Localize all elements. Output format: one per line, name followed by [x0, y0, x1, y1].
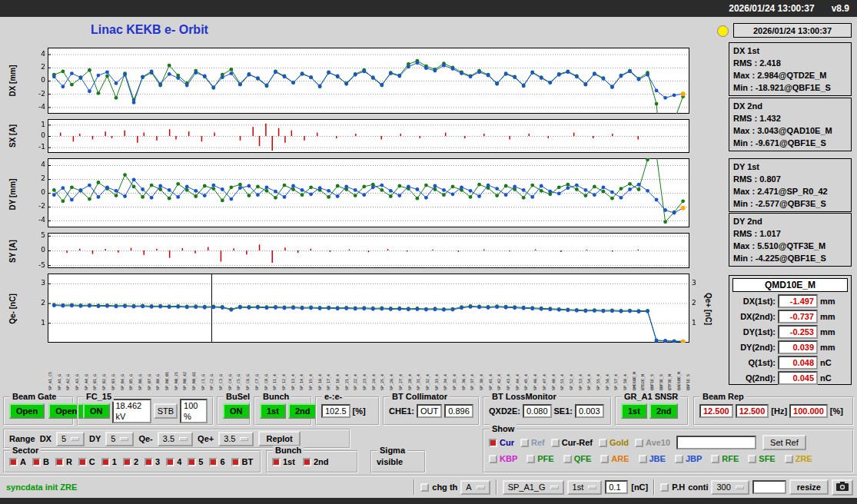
show-group-item-pfe[interactable]: PFE: [526, 454, 553, 463]
stats-rms: RMS : 2.418: [733, 57, 847, 69]
sector-item-a[interactable]: A: [9, 457, 26, 466]
sector-checkbox[interactable]: [9, 458, 18, 466]
monitor-dropdown[interactable]: SP_A1_G: [503, 480, 564, 495]
show-group-item-zre[interactable]: ZRE: [785, 454, 812, 463]
sector-item-1[interactable]: 1: [101, 457, 117, 466]
show-group-item-sfe[interactable]: SFE: [748, 454, 775, 463]
monitor-name-label: SP_33_4: [434, 346, 439, 390]
sector-checkbox[interactable]: [123, 458, 131, 466]
threshold-input[interactable]: [605, 480, 628, 494]
group-caption: e-:e-: [322, 392, 344, 402]
range-dropdown-qe-[interactable]: 3.5: [158, 432, 193, 446]
range-dropdown-dy[interactable]: 5: [105, 432, 134, 446]
beam-gate-open-button-1[interactable]: Open: [9, 403, 45, 419]
chg-th-checkbox[interactable]: [420, 483, 429, 492]
bunch-1st-button[interactable]: 1st: [260, 403, 286, 419]
show-group-item-jbp[interactable]: JBP: [675, 454, 702, 463]
ph-checkbox[interactable]: [660, 483, 669, 492]
stats-title: DY 2nd: [733, 215, 847, 227]
show-group-checkbox[interactable]: [526, 455, 535, 463]
sector-item-3[interactable]: 3: [144, 457, 160, 466]
sector-dropdown[interactable]: A: [460, 480, 490, 495]
monitor-name-label: SP_18_4: [335, 346, 340, 390]
monitor-name-label: SP_52_4: [569, 346, 573, 390]
monitor-name-label: SP_15_4: [308, 346, 313, 390]
show-group-checkbox[interactable]: [675, 455, 683, 463]
bunch-dropdown[interactable]: 1st: [567, 480, 603, 495]
monitor-name-label: SP_B2_G: [101, 346, 106, 390]
bunch-checkbox[interactable]: [303, 458, 311, 466]
sector-item-b[interactable]: B: [32, 457, 49, 466]
show-group-checkbox[interactable]: [639, 455, 647, 463]
sector-item-r[interactable]: R: [55, 457, 72, 466]
show-group-checkbox[interactable]: [600, 455, 609, 463]
show-item-gold[interactable]: Gold: [599, 438, 629, 447]
stats-min: Min : -9.671@QBF1E_S: [733, 137, 847, 149]
monitor-detail-panel: QMD10E_M DX(1st):-1.497mmDX(2nd):-0.737m…: [729, 275, 852, 385]
sector-item-4[interactable]: 4: [166, 457, 181, 466]
show-group-checkbox[interactable]: [489, 455, 497, 463]
sector-checkbox[interactable]: [231, 458, 240, 466]
bunch-item-1st[interactable]: 1st: [272, 457, 295, 466]
interval-dropdown[interactable]: 300: [711, 480, 749, 495]
show-checkbox[interactable]: [635, 439, 643, 447]
sector-checkbox[interactable]: [188, 458, 196, 466]
sector-item-bt[interactable]: BT: [231, 457, 254, 466]
sector-checkbox[interactable]: [78, 458, 87, 466]
fc15-percent-value: 100 %: [180, 399, 208, 423]
set-ref-button[interactable]: Set Ref: [762, 435, 806, 450]
show-checkbox[interactable]: [520, 439, 529, 447]
snapshot-button[interactable]: [832, 479, 853, 496]
show-item-cur[interactable]: Cur: [489, 438, 514, 447]
snsr-2nd-button[interactable]: 2nd: [649, 403, 679, 419]
conti-label[interactable]: conti: [688, 482, 708, 492]
show-group-item-rfe[interactable]: RFE: [711, 454, 739, 463]
sector-item-2[interactable]: 2: [123, 457, 138, 466]
show-group-item-qfe[interactable]: QFE: [563, 454, 592, 463]
snsr-1st-button[interactable]: 1st: [621, 403, 647, 419]
show-group-label: QFE: [574, 454, 592, 463]
busel-on-button[interactable]: ON: [223, 403, 250, 419]
show-group-item-kbp[interactable]: KBP: [489, 454, 517, 463]
show-item-ref[interactable]: Ref: [520, 438, 545, 447]
show-checkbox[interactable]: [489, 439, 497, 447]
bunch-checkbox[interactable]: [272, 458, 281, 466]
sigma-group: Sigma visible: [370, 450, 426, 473]
fc15-on-button[interactable]: ON: [83, 403, 110, 419]
resize-button[interactable]: resize: [789, 479, 829, 495]
show-label: Ave10: [646, 438, 670, 447]
sector-item-5[interactable]: 5: [188, 457, 203, 466]
sigma-visible-label[interactable]: visible: [377, 457, 403, 466]
show-group-item-jbe[interactable]: JBE: [639, 454, 666, 463]
fc15-stb-button[interactable]: STB: [154, 403, 178, 419]
sector-checkbox[interactable]: [166, 458, 174, 466]
bunch-item-2nd[interactable]: 2nd: [303, 457, 329, 466]
monitor-name-label: SP_12_4: [281, 346, 286, 390]
sector-item-6[interactable]: 6: [209, 457, 224, 466]
sector-item-c[interactable]: C: [78, 457, 95, 466]
count-input[interactable]: [752, 480, 786, 494]
show-checkbox[interactable]: [599, 439, 607, 447]
replot-button[interactable]: Replot: [258, 431, 300, 446]
bunch-2nd-button[interactable]: 2nd: [288, 403, 317, 419]
sector-checkbox[interactable]: [144, 458, 153, 466]
show-group-item-are[interactable]: ARE: [600, 454, 629, 463]
show-group-checkbox[interactable]: [563, 455, 572, 463]
show-group-checkbox[interactable]: [748, 455, 756, 463]
monitor-row: Q(2nd):0.045nC: [732, 371, 848, 385]
range-dropdown-qe+[interactable]: 3.5: [218, 432, 254, 446]
show-group-checkbox[interactable]: [785, 455, 793, 463]
ref-file-input[interactable]: [676, 436, 756, 449]
show-group-checkbox[interactable]: [711, 455, 719, 463]
sector-checkbox[interactable]: [101, 458, 110, 466]
show-item-ave10[interactable]: Ave10: [635, 438, 670, 447]
sector-checkbox[interactable]: [55, 458, 64, 466]
show-item-cur-ref[interactable]: Cur-Ref: [551, 438, 593, 447]
titlebar-datetime: 2026/01/24 13:00:37: [729, 3, 814, 14]
sector-checkbox[interactable]: [32, 458, 41, 466]
monitor-name-label: SP_R0_01: [164, 346, 169, 390]
sector-checkbox[interactable]: [209, 458, 218, 466]
range-dropdown-dx[interactable]: 5: [56, 432, 85, 446]
monitor-row-value: -1.497: [778, 294, 818, 308]
show-checkbox[interactable]: [551, 439, 560, 447]
